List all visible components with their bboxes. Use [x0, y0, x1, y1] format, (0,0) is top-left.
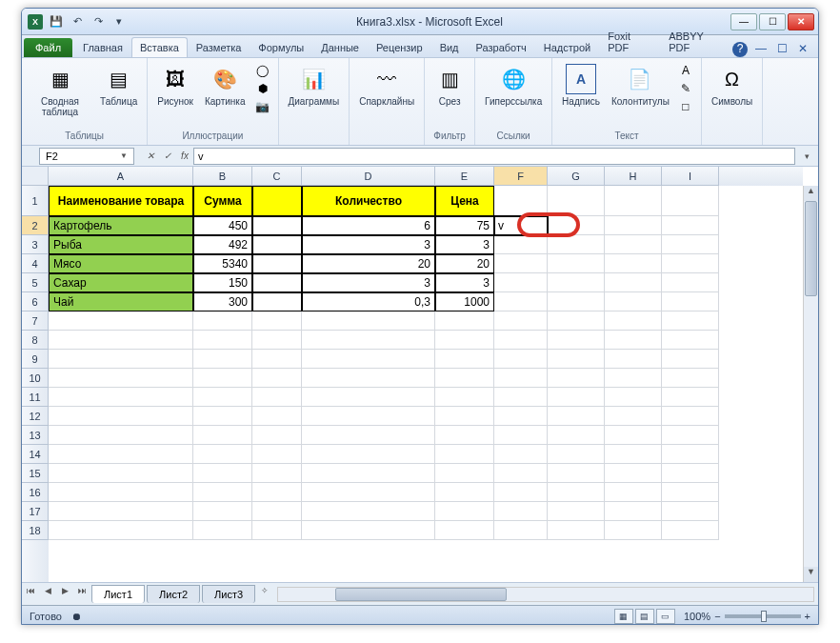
cell[interactable] [494, 273, 548, 292]
cell[interactable] [494, 254, 548, 273]
cell[interactable] [252, 464, 302, 483]
column-header-G[interactable]: G [548, 167, 605, 186]
cell[interactable] [193, 521, 252, 540]
clipart-button[interactable]: 🎨 Картинка [201, 62, 250, 109]
tab-data[interactable]: Данные [312, 37, 368, 57]
cell[interactable] [49, 331, 193, 350]
cell[interactable]: 3 [302, 235, 435, 254]
horizontal-scrollbar[interactable] [277, 587, 814, 602]
cell[interactable] [662, 350, 719, 369]
cell[interactable] [605, 311, 662, 331]
cell[interactable] [302, 369, 435, 388]
cell[interactable] [494, 388, 548, 407]
name-box-dropdown-icon[interactable]: ▼ [120, 151, 128, 160]
cell[interactable]: 300 [193, 292, 252, 311]
tab-file[interactable]: Файл [24, 38, 72, 57]
cell[interactable] [302, 483, 435, 502]
zoom-out-button[interactable]: − [714, 611, 720, 622]
cell[interactable] [302, 502, 435, 521]
cell[interactable] [252, 273, 302, 292]
cell[interactable] [302, 426, 435, 445]
tab-developer[interactable]: Разработч [468, 37, 535, 57]
cell[interactable]: Мясо [49, 254, 193, 273]
cell[interactable] [605, 292, 662, 311]
cell[interactable]: 492 [193, 235, 252, 254]
cell[interactable] [252, 186, 302, 216]
cell[interactable] [435, 426, 494, 445]
sheet-tab-2[interactable]: Лист2 [147, 585, 200, 603]
tab-home[interactable]: Главная [74, 37, 131, 57]
tab-formulas[interactable]: Формулы [250, 37, 312, 57]
row-header-12[interactable]: 12 [22, 407, 49, 426]
cell[interactable] [605, 331, 662, 350]
cell[interactable] [193, 331, 252, 350]
cell[interactable] [302, 331, 435, 350]
cell[interactable] [193, 483, 252, 502]
cell[interactable] [605, 186, 662, 216]
doc-minimize-icon[interactable]: — [753, 42, 769, 57]
formula-expand-icon[interactable]: ▾ [799, 151, 814, 161]
picture-button[interactable]: 🖼 Рисунок [153, 62, 197, 109]
cell[interactable] [662, 235, 719, 254]
cell[interactable] [662, 388, 719, 407]
app-icon[interactable]: X [26, 12, 45, 31]
cell[interactable] [494, 426, 548, 445]
cell[interactable] [252, 483, 302, 502]
cell[interactable] [605, 350, 662, 369]
row-header-15[interactable]: 15 [22, 464, 49, 483]
column-header-C[interactable]: C [252, 167, 302, 186]
cell[interactable] [252, 369, 302, 388]
cell[interactable] [548, 464, 605, 483]
cell[interactable] [605, 445, 662, 464]
cell[interactable] [435, 445, 494, 464]
cell[interactable] [605, 273, 662, 292]
cell[interactable] [252, 407, 302, 426]
cell[interactable] [193, 311, 252, 331]
cell[interactable]: 3 [435, 235, 494, 254]
zoom-slider-thumb[interactable] [761, 611, 767, 622]
cell[interactable] [605, 502, 662, 521]
cell[interactable]: Сахар [49, 273, 193, 292]
row-header-5[interactable]: 5 [22, 273, 49, 292]
cancel-icon[interactable]: ✕ [142, 148, 159, 165]
cell[interactable] [548, 235, 605, 254]
cell[interactable] [49, 483, 193, 502]
row-header-9[interactable]: 9 [22, 350, 49, 369]
cell[interactable]: 5340 [193, 254, 252, 273]
cell[interactable] [662, 186, 719, 216]
sheet-nav-next-icon[interactable]: ▶ [56, 586, 73, 603]
cell[interactable] [662, 331, 719, 350]
tab-abbyy[interactable]: ABBYY PDF [660, 26, 732, 57]
cell[interactable]: Цена [435, 186, 494, 216]
cell[interactable] [252, 388, 302, 407]
cell[interactable] [494, 311, 548, 331]
object-button[interactable]: □ [676, 98, 695, 115]
cell[interactable] [302, 445, 435, 464]
row-header-4[interactable]: 4 [22, 254, 49, 273]
cell[interactable] [662, 483, 719, 502]
cell[interactable] [494, 483, 548, 502]
row-header-13[interactable]: 13 [22, 426, 49, 445]
cell[interactable] [605, 407, 662, 426]
cell[interactable] [193, 426, 252, 445]
name-box[interactable]: F2 ▼ [39, 148, 134, 165]
cell[interactable] [605, 388, 662, 407]
cell[interactable] [548, 521, 605, 540]
cell[interactable] [605, 426, 662, 445]
row-header-10[interactable]: 10 [22, 369, 49, 388]
scroll-down-icon[interactable]: ▼ [804, 567, 818, 582]
cell[interactable]: 3 [435, 273, 494, 292]
cell[interactable] [193, 502, 252, 521]
cell[interactable]: 75 [435, 216, 494, 235]
cell[interactable] [494, 292, 548, 311]
smartart-button[interactable]: ⬢ [253, 80, 272, 97]
cell[interactable] [662, 407, 719, 426]
cell[interactable] [494, 502, 548, 521]
cell[interactable]: 1000 [435, 292, 494, 311]
table-button[interactable]: ▤ Таблица [96, 62, 141, 109]
zoom-level[interactable]: 100% [684, 611, 710, 622]
row-header-3[interactable]: 3 [22, 235, 49, 254]
row-header-17[interactable]: 17 [22, 502, 49, 521]
cells[interactable]: Наименование товараСуммаКоличествоЦенаКа… [49, 186, 803, 582]
cell[interactable] [548, 216, 605, 235]
